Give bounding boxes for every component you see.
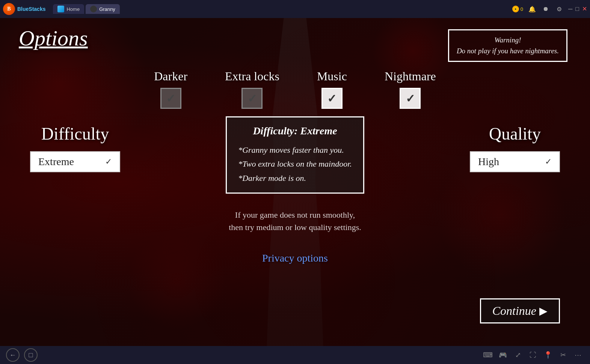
- location-icon[interactable]: 📍: [542, 349, 554, 361]
- tab-home[interactable]: Home: [53, 4, 84, 14]
- tab-home-label: Home: [66, 6, 80, 12]
- quality-title: Quality: [489, 124, 541, 144]
- taskbar: ← □ ⌨ 🎮 ⤢ ⛶ 📍 ✂ ⋯: [0, 346, 590, 364]
- info-box-title: Difficulty: Extreme: [238, 125, 352, 137]
- main-layout: Options Darker ✓ Extra locks ✓ Music: [19, 26, 571, 338]
- quality-value: High: [478, 156, 499, 168]
- taskbar-left: ← □: [6, 348, 38, 362]
- music-checkmark: ✓: [327, 92, 336, 105]
- taskbar-right: ⌨ 🎮 ⤢ ⛶ 📍 ✂ ⋯: [482, 349, 584, 361]
- resize-icon[interactable]: ⤢: [512, 349, 524, 361]
- window-controls: ─ □ ✕: [568, 6, 587, 12]
- maximize-button[interactable]: □: [575, 6, 579, 12]
- back-icon: ←: [9, 351, 16, 359]
- privacy-options-area: Privacy options: [262, 252, 328, 264]
- continue-button[interactable]: Continue ▶: [480, 298, 560, 323]
- extra-locks-checkbox[interactable]: ✓: [241, 88, 263, 109]
- fullscreen-icon[interactable]: ⛶: [527, 349, 539, 361]
- checkbox-nightmare: Nightmare ✓: [385, 69, 436, 109]
- record-icon[interactable]: ⏺: [541, 5, 550, 14]
- music-checkbox[interactable]: ✓: [321, 88, 343, 109]
- nightmare-checkmark: ✓: [406, 92, 415, 105]
- scissors-icon[interactable]: ✂: [557, 349, 569, 361]
- forward-button[interactable]: □: [24, 348, 38, 362]
- extra-locks-checkmark: ✓: [247, 92, 257, 105]
- difficulty-title: Difficulty: [41, 124, 109, 144]
- titlebar-right: ● 0 🔔 ⏺ ⚙ ─ □ ✕: [512, 5, 587, 14]
- tab-granny[interactable]: Granny: [86, 4, 120, 14]
- difficulty-value: Extreme: [38, 156, 74, 168]
- close-button[interactable]: ✕: [582, 6, 587, 12]
- quality-hint-area: If your game does not run smoothly, then…: [229, 209, 361, 233]
- info-line1: *Granny moves faster than you.: [238, 143, 352, 157]
- quality-hint-line2: then try medium or low quality settings.: [229, 221, 361, 233]
- darker-label: Darker: [154, 69, 187, 83]
- continue-label: Continue: [492, 304, 536, 318]
- coin-icon: ●: [512, 6, 519, 12]
- difficulty-dropdown[interactable]: Extreme ✓: [30, 151, 120, 172]
- difficulty-arrow-icon: ✓: [105, 157, 112, 167]
- granny-tab-icon: [90, 6, 97, 12]
- info-box: Difficulty: Extreme *Granny moves faster…: [226, 116, 364, 194]
- gamepad-icon[interactable]: 🎮: [497, 349, 509, 361]
- forward-icon: □: [29, 351, 33, 359]
- info-line3: *Darker mode is on.: [238, 171, 352, 185]
- back-button[interactable]: ←: [6, 348, 20, 362]
- darker-checkbox[interactable]: ✓: [160, 88, 181, 109]
- game-area: Warning! Do not play if you have nightma…: [0, 18, 590, 346]
- continue-arrow-icon: ▶: [539, 305, 548, 317]
- checkbox-music: Music ✓: [317, 69, 347, 109]
- nightmare-checkbox[interactable]: ✓: [400, 88, 421, 109]
- more-icon[interactable]: ⋯: [572, 349, 584, 361]
- keyboard-icon[interactable]: ⌨: [482, 349, 494, 361]
- page-content: Options Darker ✓ Extra locks ✓ Music: [0, 18, 590, 346]
- settings-icon[interactable]: ⚙: [555, 5, 564, 14]
- difficulty-col: Difficulty Extreme ✓: [19, 116, 131, 172]
- quality-arrow-icon: ✓: [545, 157, 552, 167]
- titlebar: B BlueStacks Home Granny ● 0 🔔 ⏺ ⚙ ─ □ ✕: [0, 0, 590, 18]
- checkbox-extra-locks: Extra locks ✓: [225, 69, 279, 109]
- privacy-options-link[interactable]: Privacy options: [262, 252, 328, 264]
- minimize-button[interactable]: ─: [568, 6, 572, 12]
- quality-hint-line1: If your game does not run smoothly,: [229, 209, 361, 221]
- brand-name: BlueStacks: [17, 6, 45, 12]
- page-title: Options: [19, 26, 571, 51]
- checkbox-darker: Darker ✓: [154, 69, 187, 109]
- darker-checkmark: ✓: [166, 92, 175, 105]
- coin-area: ● 0: [512, 6, 523, 12]
- bluestacks-logo: B: [3, 3, 15, 15]
- home-tab-icon: [57, 6, 64, 12]
- center-col: Difficulty: Extreme *Granny moves faster…: [131, 116, 459, 264]
- checkboxes-row: Darker ✓ Extra locks ✓ Music ✓: [19, 62, 571, 116]
- info-line2: *Two extra locks on the maindoor.: [238, 157, 352, 171]
- coin-count: 0: [521, 6, 523, 12]
- nightmare-label: Nightmare: [385, 69, 436, 83]
- quality-col: Quality High ✓: [459, 116, 571, 172]
- tab-game-label: Granny: [99, 6, 115, 12]
- music-label: Music: [317, 69, 347, 83]
- notification-icon[interactable]: 🔔: [528, 5, 537, 14]
- quality-dropdown[interactable]: High ✓: [470, 151, 560, 172]
- extra-locks-label: Extra locks: [225, 69, 279, 83]
